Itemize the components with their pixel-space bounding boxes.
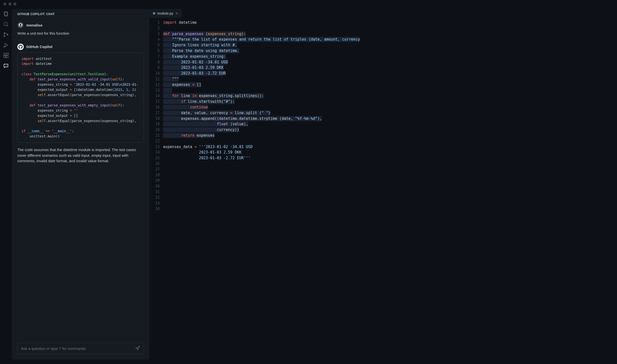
line-number-gutter: 1234567891011121314151617181920212223242… (149, 20, 163, 364)
python-file-icon: ⬢ (153, 12, 155, 15)
chat-input-box[interactable] (17, 343, 144, 354)
svg-point-5 (4, 36, 5, 37)
chat-panel-title: GITHUB COPILOT: CHAT (12, 9, 149, 18)
svg-point-2 (4, 22, 7, 26)
activity-bar (0, 8, 12, 364)
code-editor[interactable]: 1234567891011121314151617181920212223242… (149, 18, 617, 364)
user-name: monalisa (26, 23, 42, 27)
copilot-chat-panel: GITHUB COPILOT: CHAT monalisa Write a un… (12, 9, 149, 360)
titlebar (0, 0, 617, 8)
chat-input-area (12, 339, 149, 360)
svg-rect-9 (4, 53, 6, 55)
tab-bar: ⬢ module.py ✕ (149, 8, 617, 18)
maximize-window-button[interactable] (13, 2, 16, 5)
extensions-icon[interactable] (3, 52, 9, 58)
copilot-avatar (17, 44, 24, 50)
code-suggestion-block[interactable]: import unittestimport datetime class Tes… (17, 52, 144, 143)
tab-filename: module.py (157, 11, 173, 15)
svg-point-4 (4, 33, 5, 34)
svg-rect-11 (6, 56, 8, 58)
minimize-window-button[interactable] (8, 2, 11, 5)
send-icon[interactable] (135, 346, 140, 351)
chat-messages: monalisa Write a unit test for this func… (12, 18, 149, 339)
user-message-text: Write a unit test for this function (17, 31, 144, 36)
svg-rect-12 (6, 53, 8, 55)
explorer-icon[interactable] (3, 11, 9, 17)
user-avatar (17, 22, 24, 28)
bot-explanation: The code assumes that the datetime modul… (17, 147, 144, 164)
svg-point-6 (7, 34, 8, 35)
run-debug-icon[interactable] (3, 42, 9, 48)
source-control-icon[interactable] (3, 32, 9, 38)
svg-point-8 (4, 46, 5, 47)
code-content[interactable]: import datetime def parse_expenses (expe… (163, 20, 617, 364)
svg-rect-10 (4, 56, 6, 58)
copilot-chat-icon[interactable] (3, 63, 9, 69)
user-message: monalisa Write a unit test for this func… (17, 18, 144, 40)
bot-name: GitHub Copilot (26, 45, 52, 49)
chat-text-input[interactable] (21, 346, 135, 351)
search-icon[interactable] (3, 21, 9, 27)
editor-pane: ⬢ module.py ✕ 12345678910111213141516171… (149, 8, 617, 364)
bot-message: GitHub Copilot import unittestimport dat… (17, 40, 144, 167)
svg-line-3 (7, 25, 8, 26)
svg-marker-7 (5, 43, 8, 47)
close-window-button[interactable] (3, 2, 6, 5)
main-layout: GITHUB COPILOT: CHAT monalisa Write a un… (0, 8, 617, 364)
close-tab-icon[interactable]: ✕ (175, 11, 178, 15)
file-tab[interactable]: ⬢ module.py ✕ (149, 9, 182, 18)
app-window: GITHUB COPILOT: CHAT monalisa Write a un… (0, 0, 617, 364)
